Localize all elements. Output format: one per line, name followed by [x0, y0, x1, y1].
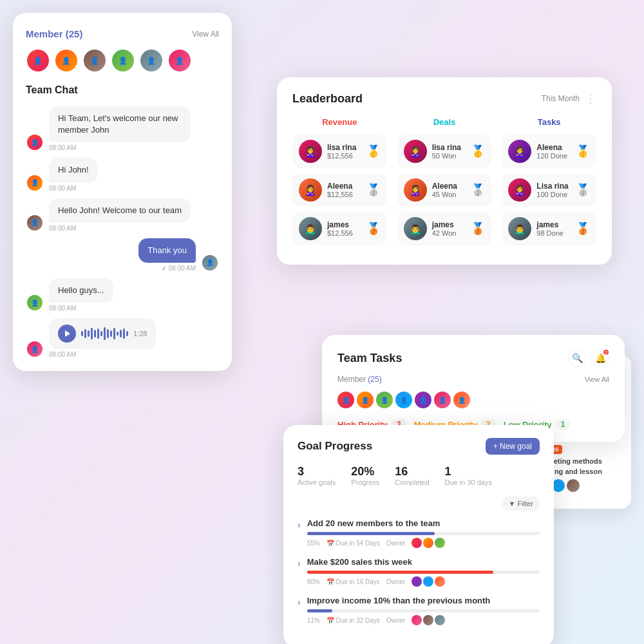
progress-bar-fill: [307, 532, 435, 535]
tasks-avatars: 👤 👤 👤 👤 👤 👤 👤: [337, 392, 609, 408]
due-tag: 📅 Due in 32 Days: [327, 617, 380, 624]
goal-meta: 11% 📅 Due in 32 Days Owner: [307, 615, 540, 625]
member-avatars: 👤 👤 👤 👤 👤 👤: [26, 48, 219, 73]
progress-value: 20%: [351, 465, 379, 478]
goal-title: Goal Progress: [298, 440, 372, 453]
msg-avatar-self: 👤: [201, 254, 219, 272]
revenue-column-title: Revenue: [292, 117, 387, 127]
avatar-5: 👤: [139, 48, 164, 73]
message-time: ✓ 08:00 AM: [138, 265, 196, 272]
chat-header: Member (25) View All: [26, 28, 219, 39]
msg-avatar: 👤: [26, 174, 44, 192]
tasks-view-all[interactable]: View All: [585, 375, 609, 383]
active-goals-label: Active goals: [298, 478, 336, 486]
due-value: 1: [445, 465, 492, 478]
silver-medal: 🥈: [366, 183, 381, 197]
goal-name: Make $200 sales this week: [307, 557, 540, 567]
tasks-member-label: Member (25): [337, 375, 382, 384]
progress-pct: 55%: [307, 540, 320, 547]
message-bubble: Hi John!: [49, 158, 98, 182]
task-avatar: 👤: [395, 392, 412, 408]
leaderboard-header: Leaderboard This Month ⋮: [292, 91, 596, 106]
tasks-member-row: Member (25) View All: [337, 375, 609, 384]
lb-value: 45 Won: [432, 191, 466, 198]
progress-bar-fill: [307, 609, 333, 612]
member-count: (25): [66, 28, 83, 39]
lb-avatar: 🙍‍♂️: [404, 217, 427, 240]
owner-avatar: [435, 615, 445, 625]
avatar-3: 👤: [82, 48, 107, 73]
due-tag: 📅 Due in 16 Days: [327, 578, 380, 585]
message-row: 👤 Hello guys... 08:00 AM: [26, 278, 219, 312]
active-goals-value: 3: [298, 465, 336, 478]
owner-avatar: [435, 538, 445, 548]
goal-header: Goal Progress + New goal: [298, 438, 540, 455]
right-avatar: [567, 479, 580, 492]
voice-message: 1:28: [49, 318, 156, 349]
avatar-4: 👤: [111, 48, 135, 73]
notification-button[interactable]: 🔔 2: [591, 349, 609, 367]
filter-button[interactable]: ▼ Filter: [502, 497, 540, 511]
lb-name: james: [432, 220, 466, 229]
lb-value: $12,556: [327, 229, 361, 237]
more-options-icon[interactable]: ⋮: [585, 91, 596, 106]
lb-name: lisa rina: [327, 143, 361, 152]
lb-name: james: [327, 220, 361, 229]
completed-stat: 16 Completed: [395, 465, 429, 486]
play-button[interactable]: [58, 325, 76, 343]
completed-label: Completed: [395, 478, 429, 486]
view-all-link[interactable]: View All: [192, 30, 219, 39]
owner-label: Owner: [386, 540, 405, 547]
task-avatar: 👤: [337, 392, 354, 408]
owner-avatar: [423, 538, 433, 548]
progress-stat: 20% Progress: [351, 465, 379, 486]
lb-name: Lisa rina: [536, 182, 571, 191]
msg-avatar: 👤: [26, 214, 44, 232]
lb-name: lisa rina: [432, 143, 466, 152]
owner-avatar: [412, 576, 422, 587]
msg-avatar: 👤: [26, 294, 44, 312]
silver-medal: 🥈: [471, 183, 485, 197]
lb-entry: 🙍‍♂️ james$12,556 🥉: [292, 212, 387, 245]
avatar-1: 👤: [26, 48, 50, 73]
member-label: Member: [26, 28, 63, 39]
progress-bar-bg: [307, 571, 540, 574]
new-goal-button[interactable]: + New goal: [486, 438, 540, 455]
task-avatar: 👤: [415, 392, 431, 408]
lb-avatar: 🙎‍♀️: [299, 140, 322, 163]
lb-entry: 🙎‍♀️ Aleena$12,556 🥈: [292, 173, 387, 207]
goal-item: › Make $200 sales this week 80% 📅 Due in…: [298, 557, 540, 587]
leaderboard-period: This Month: [542, 94, 580, 103]
message-row: 👤 Hi John! 08:00 AM: [26, 158, 219, 191]
chat-messages: 👤 Hi Team, Let's welcome our new member …: [26, 106, 219, 358]
silver-medal: 🥈: [576, 183, 590, 197]
lb-name: james: [536, 220, 571, 229]
chat-header-title: Member (25): [26, 28, 82, 39]
voice-message-row: 👤: [26, 318, 219, 358]
lb-entry: 🙎‍♀️ Aleena120 Done 🥇: [502, 135, 596, 168]
lb-avatar: 🙎‍♀️: [299, 178, 322, 202]
owner-avatar: [412, 538, 422, 548]
progress-pct: 80%: [307, 578, 320, 585]
lb-name: Aleena: [536, 143, 571, 152]
tasks-header: Team Tasks 🔍 🔔 2: [337, 349, 609, 367]
message-time: 08:00 AM: [49, 185, 98, 192]
search-button[interactable]: 🔍: [568, 349, 586, 367]
notification-dot: 2: [603, 350, 609, 355]
sent-message-bubble: Thank you: [138, 238, 196, 263]
lb-value: 50 Won: [432, 152, 466, 160]
owner-label: Owner: [386, 578, 405, 585]
low-priority-count: 1: [556, 419, 571, 430]
goal-progress-card: Goal Progress + New goal 3 Active goals …: [283, 425, 554, 644]
lb-name: Aleena: [327, 182, 361, 191]
due-stat: 1 Due in 30 days: [445, 465, 492, 486]
goal-name: Add 20 new members to the team: [307, 518, 540, 528]
lb-value: 98 Done: [536, 229, 571, 237]
leaderboard-columns: Revenue 🙎‍♀️ lisa rina$12,556 🥇 🙎‍♀️ Ale…: [292, 117, 596, 251]
message-bubble: Hello John! Welcome to our team: [49, 198, 191, 223]
lb-avatar: 🙎‍♀️: [404, 178, 427, 202]
lb-entry: 🙎‍♀️ lisa rina50 Won 🥇: [397, 135, 492, 168]
message-bubble: Hi Team, Let's welcome our new member Jo…: [49, 106, 191, 142]
leaderboard-card: Leaderboard This Month ⋮ Revenue 🙎‍♀️ li…: [277, 77, 612, 265]
lb-avatar: 🙍‍♂️: [508, 217, 531, 240]
